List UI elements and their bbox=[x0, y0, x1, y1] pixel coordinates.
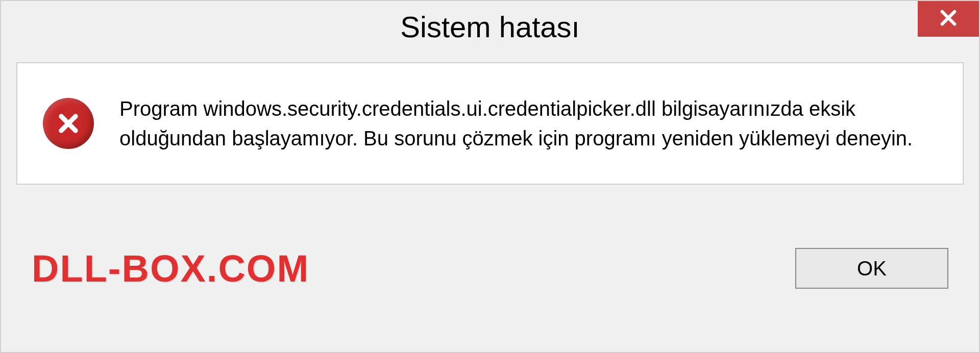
error-message: Program windows.security.credentials.ui.… bbox=[119, 94, 937, 153]
ok-button-label: OK bbox=[857, 257, 887, 280]
dialog-titlebar: Sistem hatası bbox=[1, 1, 979, 52]
close-button[interactable] bbox=[918, 1, 979, 37]
dialog-content: Program windows.security.credentials.ui.… bbox=[16, 62, 964, 185]
error-circle-x-icon bbox=[43, 98, 94, 149]
dialog-title: Sistem hatası bbox=[400, 10, 579, 44]
error-dialog: Sistem hatası Program windows.security.c… bbox=[0, 0, 980, 353]
close-icon bbox=[938, 7, 959, 31]
ok-button[interactable]: OK bbox=[795, 248, 948, 289]
error-icon-container bbox=[43, 94, 94, 149]
watermark-text: DLL-BOX.COM bbox=[32, 247, 309, 290]
dialog-footer: DLL-BOX.COM OK bbox=[1, 185, 979, 352]
